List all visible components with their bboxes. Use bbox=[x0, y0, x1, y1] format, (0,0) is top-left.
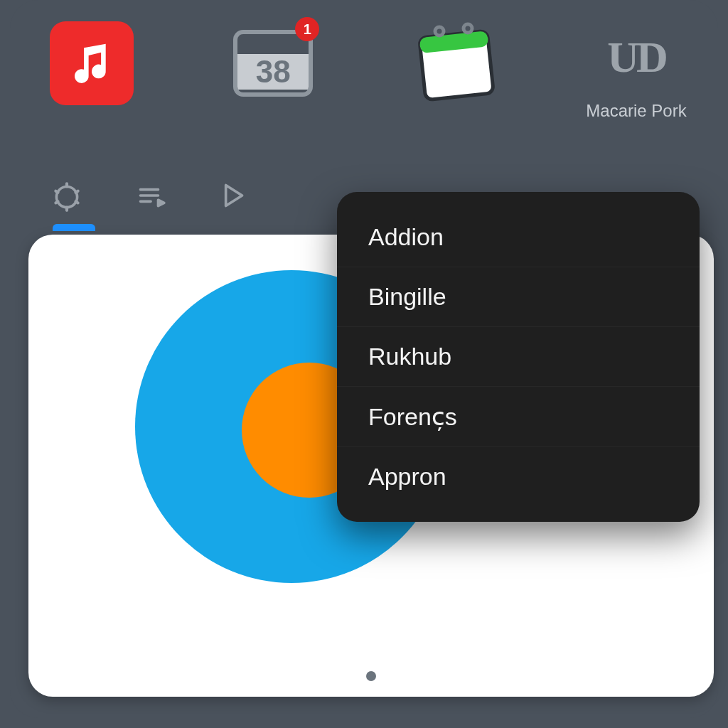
app-ud-label: Macarie Pork bbox=[586, 101, 686, 121]
toolbar-play[interactable] bbox=[210, 174, 253, 217]
app-calendar[interactable]: 38 1 bbox=[220, 21, 326, 105]
menu-item-bingille[interactable]: Bingille bbox=[337, 267, 700, 326]
toolbar-settings[interactable] bbox=[46, 174, 88, 217]
settings-icon bbox=[49, 178, 85, 213]
menu-item-rukhub[interactable]: Rukhub bbox=[337, 326, 700, 386]
music-icon bbox=[50, 21, 134, 105]
context-menu: Addion Bingille Rukhub Forenc̦s Appron bbox=[337, 192, 700, 522]
ud-icon: UD bbox=[594, 21, 678, 92]
app-music[interactable] bbox=[38, 21, 145, 105]
svg-point-3 bbox=[464, 24, 472, 33]
calendar-day: 38 bbox=[237, 54, 309, 90]
notification-badge: 1 bbox=[295, 17, 319, 41]
notes-icon bbox=[410, 21, 500, 105]
page-indicator-dot[interactable] bbox=[366, 671, 376, 681]
app-notes[interactable] bbox=[402, 21, 508, 105]
ud-glyph: UD bbox=[607, 32, 665, 82]
svg-point-2 bbox=[435, 27, 444, 36]
menu-item-appron[interactable]: Appron bbox=[337, 446, 700, 506]
app-window: 38 1 UD Macarie Pork bbox=[10, 0, 718, 718]
calendar-icon: 38 1 bbox=[231, 21, 315, 105]
playlist-icon bbox=[132, 178, 167, 213]
app-row: 38 1 UD Macarie Pork bbox=[31, 21, 697, 128]
menu-item-addion[interactable]: Addion bbox=[337, 208, 700, 267]
play-icon bbox=[214, 178, 250, 213]
toolbar-playlist[interactable] bbox=[128, 174, 171, 217]
app-ud[interactable]: UD Macarie Pork bbox=[583, 21, 690, 121]
menu-item-forencs[interactable]: Forenc̦s bbox=[337, 386, 700, 446]
svg-point-4 bbox=[56, 187, 77, 208]
